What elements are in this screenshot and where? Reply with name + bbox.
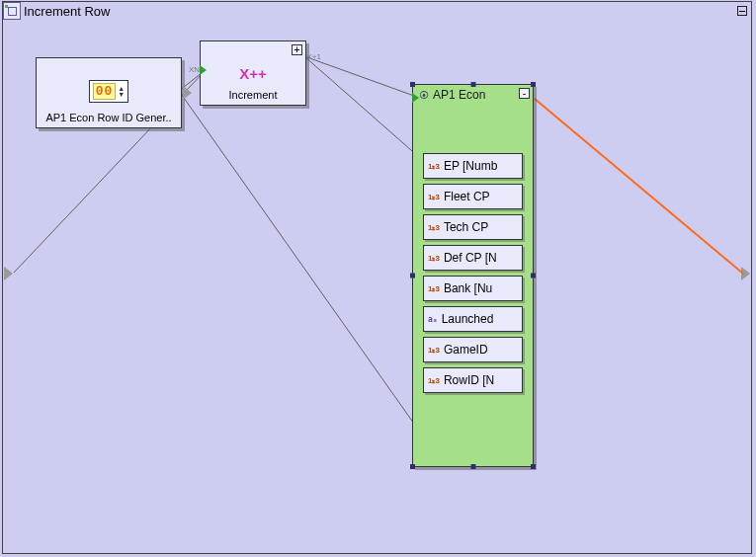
field-row-id[interactable]: 1₂3RowID [N	[423, 367, 523, 393]
increment-node-label: Increment	[201, 89, 305, 103]
frame-output-terminal[interactable]	[741, 267, 750, 280]
increment-symbol: X++	[239, 65, 267, 82]
increment-port-in-label: XN	[189, 65, 200, 74]
svg-line-2	[179, 91, 414, 424]
cluster-fields: 1₂3EP [Numb 1₂3Fleet CP 1₂3Tech CP 1₂3De…	[413, 104, 533, 403]
frame-collapse-button[interactable]	[737, 6, 747, 16]
field-def-cp[interactable]: 1₂3Def CP [N	[423, 245, 523, 271]
frame-title-bar: Increment Row	[3, 2, 110, 20]
block-icon	[3, 2, 21, 20]
generator-node-label: AP1 Econ Row ID Gener..	[37, 112, 181, 125]
increment-input-port[interactable]	[200, 65, 207, 75]
cluster-collapse-button[interactable]: -	[519, 88, 530, 99]
field-fleet-cp[interactable]: 1₂3Fleet CP	[423, 184, 523, 209]
field-launched[interactable]: aₐLaunched	[423, 306, 523, 332]
cluster-header: ⦿ AP1 Econ	[413, 85, 533, 104]
cluster-type-icon: ⦿	[419, 90, 429, 101]
generator-output-port[interactable]	[183, 86, 192, 100]
increment-port-out-label: X+1	[307, 52, 321, 61]
frame-title: Increment Row	[22, 4, 110, 19]
row-id-generator-node[interactable]: 00 ▲▼ AP1 Econ Row ID Gener..	[36, 57, 182, 128]
field-tech-cp[interactable]: 1₂3Tech CP	[423, 214, 523, 240]
field-ep[interactable]: 1₂3EP [Numb	[423, 153, 523, 179]
increment-collapse-button[interactable]: +	[292, 44, 302, 55]
field-bank[interactable]: 1₂3Bank [Nu	[423, 276, 523, 301]
increment-node[interactable]: + X++ Increment XN X+1	[200, 40, 306, 106]
ap1-econ-cluster[interactable]: - ⦿ AP1 Econ 1₂3EP [Numb 1₂3Fleet CP 1₂3…	[412, 84, 534, 467]
svg-line-5	[535, 99, 743, 274]
cluster-input-port[interactable]	[412, 93, 419, 103]
cluster-title: AP1 Econ	[433, 88, 485, 102]
diagram-canvas[interactable]: Increment Row 00 ▲▼ AP1	[0, 0, 756, 557]
frame-input-terminal[interactable]	[4, 267, 13, 280]
svg-line-3	[304, 56, 414, 96]
numeric-control-icon: 00 ▲▼	[89, 80, 129, 103]
field-game-id[interactable]: 1₂3GameID	[423, 337, 523, 362]
increment-row-frame[interactable]: Increment Row 00 ▲▼ AP1	[2, 1, 752, 554]
